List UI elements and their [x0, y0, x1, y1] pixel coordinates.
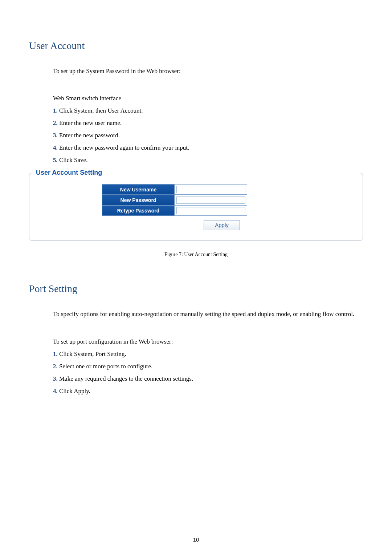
- label-new-username: New Username: [102, 184, 175, 195]
- step-4-text: Enter the new password again to confirm …: [58, 144, 189, 151]
- ps-step-3-num: 3.: [53, 375, 58, 382]
- step-4-num: 4.: [53, 144, 58, 151]
- port-setting-intro: To specify options for enabling auto-neg…: [53, 308, 363, 320]
- step-2-text: Enter the new user name.: [58, 119, 122, 126]
- step-5: 5. Click Save.: [53, 154, 363, 166]
- step-5-num: 5.: [53, 157, 58, 163]
- panel-legend: User Account Setting: [34, 169, 104, 177]
- ps-step-2-num: 2.: [53, 363, 58, 370]
- ps-step-3-text: Make any required changes to the connect…: [58, 375, 193, 382]
- label-new-password: New Password: [102, 195, 175, 205]
- ps-step-4-text: Click Apply.: [58, 388, 90, 394]
- ps-step-1-text: Click System, Port Setting.: [58, 351, 126, 357]
- step-2: 2. Enter the new user name.: [53, 117, 363, 129]
- input-new-password[interactable]: [175, 195, 247, 205]
- ps-step-4-num: 4.: [53, 388, 58, 394]
- ps-step-3: 3. Make any required changes to the conn…: [53, 373, 363, 385]
- row-new-username: New Username: [102, 184, 355, 195]
- step-1-text: Click System, then User Account.: [58, 107, 143, 114]
- ps-step-4: 4. Click Apply.: [53, 385, 363, 397]
- step-1-num: 1.: [53, 107, 58, 114]
- step-1: 1. Click System, then User Account.: [53, 105, 363, 117]
- port-setting-heading: Port Setting: [29, 283, 363, 295]
- row-new-password: New Password: [102, 195, 355, 205]
- interface-line: Web Smart switch interface: [53, 92, 363, 105]
- user-account-setting-panel: User Account Setting New Username New Pa…: [29, 173, 363, 241]
- step-3: 3. Enter the new password.: [53, 129, 363, 142]
- input-retype-password[interactable]: [175, 205, 247, 216]
- row-retype-password: Retype Password: [102, 205, 355, 216]
- page-number: 10: [0, 536, 392, 543]
- step-2-num: 2.: [53, 119, 58, 126]
- input-new-username[interactable]: [175, 184, 247, 195]
- step-3-text: Enter the new password.: [58, 132, 120, 139]
- ps-step-1-num: 1.: [53, 351, 58, 357]
- user-account-heading: User Account: [29, 40, 363, 52]
- step-3-num: 3.: [53, 132, 58, 139]
- label-retype-password: Retype Password: [102, 205, 175, 216]
- ps-step-1: 1. Click System, Port Setting.: [53, 348, 363, 360]
- step-4: 4. Enter the new password again to confi…: [53, 142, 363, 154]
- figure-caption: Figure 7: User Account Setting: [29, 252, 363, 258]
- apply-button[interactable]: Apply: [204, 220, 240, 230]
- ps-step-2: 2. Select one or more ports to configure…: [53, 360, 363, 373]
- ps-step-2-text: Select one or more ports to configure.: [58, 363, 153, 370]
- user-account-intro: To set up the System Password in the Web…: [53, 65, 363, 77]
- port-setting-lead: To set up port configuration in the Web …: [53, 336, 363, 348]
- step-5-text: Click Save.: [58, 157, 88, 163]
